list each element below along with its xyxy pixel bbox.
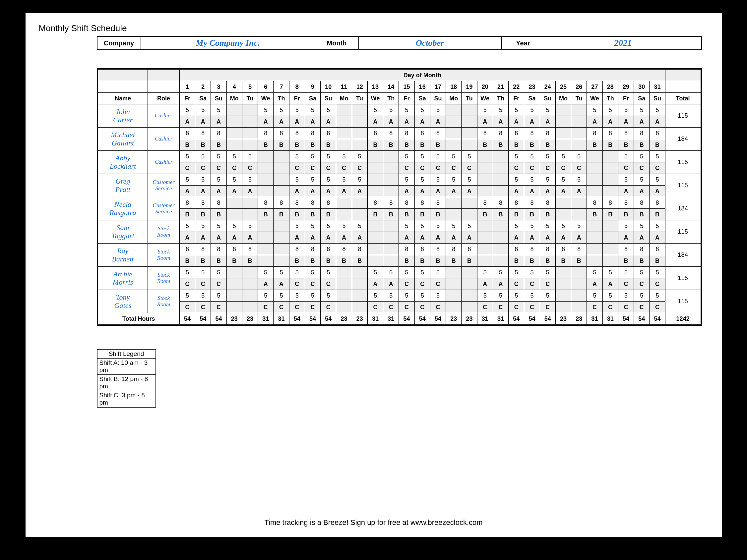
shift-cell: A (195, 116, 211, 128)
hours-cell: 5 (618, 104, 634, 116)
hours-cell: 5 (367, 290, 383, 301)
day-number: 25 (556, 81, 571, 93)
shift-cell: A (571, 186, 587, 197)
hours-cell (336, 267, 352, 278)
shift-cell (274, 255, 289, 267)
hours-cell: 5 (320, 267, 336, 278)
shift-cell: A (383, 278, 399, 290)
day-number: 17 (430, 81, 446, 93)
employee-name: JohnCarter (98, 104, 148, 128)
daily-total: 23 (227, 313, 242, 325)
dow-header: Mo (227, 93, 242, 104)
hours-cell: 5 (195, 267, 211, 278)
hours-cell (336, 197, 352, 209)
hours-cell (477, 151, 493, 162)
hours-cell: 8 (649, 244, 665, 255)
hours-cell (556, 128, 571, 139)
hours-cell: 5 (242, 220, 258, 232)
hours-cell (587, 244, 602, 255)
hours-cell: 5 (258, 104, 274, 116)
hours-cell: 5 (414, 104, 430, 116)
shift-cell: A (305, 186, 320, 197)
shift-cell: A (179, 232, 195, 244)
shift-cell: C (634, 278, 649, 290)
hours-cell (571, 290, 587, 301)
hours-cell: 5 (556, 220, 571, 232)
shift-cell: A (211, 186, 227, 197)
hours-cell: 5 (430, 151, 446, 162)
hours-cell (227, 104, 242, 116)
shift-cell: C (649, 278, 665, 290)
shift-cell: C (211, 162, 227, 174)
hours-cell: 8 (649, 128, 665, 139)
day-number: 28 (602, 81, 618, 93)
company-label: Company (98, 37, 141, 49)
hours-cell: 8 (493, 128, 508, 139)
daily-total: 54 (649, 313, 665, 325)
hours-cell: 5 (211, 174, 227, 186)
hours-cell: 5 (430, 174, 446, 186)
day-number: 16 (414, 81, 430, 93)
dow-header: Sa (305, 93, 320, 104)
day-of-month-header: Day of Month (179, 70, 665, 81)
shift-cell: B (430, 209, 446, 220)
shift-cell (274, 162, 289, 174)
hours-cell: 5 (462, 174, 477, 186)
shift-cell: A (320, 232, 336, 244)
hours-cell (352, 197, 367, 209)
hours-cell: 8 (634, 128, 649, 139)
shift-cell (571, 209, 587, 220)
hours-cell: 5 (446, 220, 462, 232)
shift-cell (571, 139, 587, 151)
hours-cell: 5 (430, 290, 446, 301)
hours-cell: 5 (227, 174, 242, 186)
shift-cell (336, 116, 352, 128)
shift-cell: A (634, 186, 649, 197)
shift-cell: C (242, 162, 258, 174)
shift-cell: C (446, 162, 462, 174)
hours-cell: 5 (399, 151, 414, 162)
day-number: 2 (195, 81, 211, 93)
shift-cell (462, 209, 477, 220)
shift-cell: B (509, 209, 524, 220)
shift-cell: C (399, 301, 414, 313)
hours-cell: 5 (320, 290, 336, 301)
daily-total: 54 (618, 313, 634, 325)
shift-cell (274, 232, 289, 244)
shift-cell: C (289, 162, 305, 174)
hours-cell (367, 244, 383, 255)
shift-cell: A (446, 232, 462, 244)
shift-cell: B (383, 139, 399, 151)
shift-cell: C (305, 162, 320, 174)
hours-cell: 5 (179, 220, 195, 232)
daily-total: 31 (587, 313, 602, 325)
hours-cell: 5 (289, 174, 305, 186)
hours-cell: 5 (305, 174, 320, 186)
hours-cell: 5 (493, 267, 508, 278)
hours-cell: 5 (509, 267, 524, 278)
shift-cell: B (320, 209, 336, 220)
shift-cell (493, 232, 508, 244)
shift-cell: C (587, 301, 602, 313)
shift-cell: C (509, 301, 524, 313)
shift-cell: A (414, 116, 430, 128)
daily-total: 54 (289, 313, 305, 325)
day-number: 29 (618, 81, 634, 93)
blank-header (98, 70, 148, 81)
employee-name: AbbyLockhart (98, 151, 148, 174)
hours-cell: 5 (509, 104, 524, 116)
hours-cell: 8 (399, 197, 414, 209)
shift-cell (336, 301, 352, 313)
shift-cell: C (556, 162, 571, 174)
hours-cell: 5 (211, 290, 227, 301)
employee-role: Cashier (148, 151, 180, 174)
shift-cell: B (336, 255, 352, 267)
shift-cell (258, 232, 274, 244)
hours-cell: 5 (540, 220, 556, 232)
hours-cell: 8 (618, 128, 634, 139)
shift-cell: B (320, 255, 336, 267)
hours-cell: 8 (258, 197, 274, 209)
employee-role: StockRoom (148, 220, 180, 244)
dow-header: Tu (242, 93, 258, 104)
shift-cell (477, 186, 493, 197)
